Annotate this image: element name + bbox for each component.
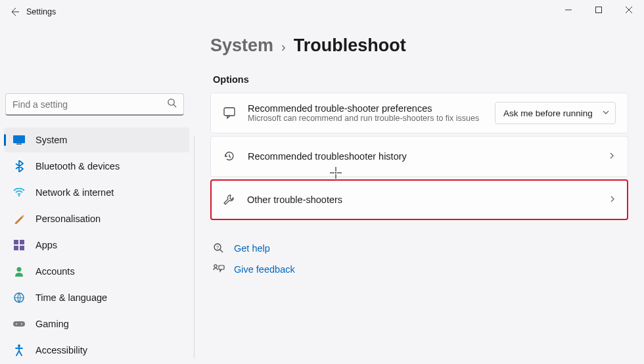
breadcrumb-parent[interactable]: System (210, 35, 273, 56)
sidebar-label: Personalisation (35, 214, 101, 224)
sidebar-label: Apps (35, 240, 57, 250)
svg-rect-5 (14, 240, 18, 244)
accessibility-icon (13, 344, 25, 356)
svg-rect-11 (13, 321, 25, 327)
sidebar-item-network[interactable]: Network & internet (4, 180, 189, 205)
card-title: Recommended trouble-shooter preferences (248, 103, 483, 114)
sidebar-divider (194, 135, 195, 359)
window-controls (553, 0, 644, 20)
help-links: ? Get help Give feedback (210, 242, 628, 275)
chat-icon (223, 106, 236, 120)
svg-point-13 (21, 323, 22, 325)
time-language-icon (13, 292, 25, 304)
titlebar: Settings (0, 0, 644, 24)
link-label: Give feedback (234, 264, 295, 275)
network-icon (13, 187, 25, 198)
card-title: Other trouble-shooters (247, 194, 597, 205)
svg-rect-2 (13, 135, 25, 143)
svg-rect-3 (16, 144, 22, 145)
search-field[interactable] (12, 99, 167, 110)
sidebar-label: Time & language (35, 292, 107, 303)
gaming-icon (13, 318, 25, 330)
sidebar-item-system[interactable]: System (4, 127, 189, 152)
maximize-button[interactable] (584, 0, 614, 20)
sidebar-nav: System Bluetooth & devices Network & int… (4, 127, 189, 363)
get-help-link[interactable]: ? Get help (213, 242, 628, 254)
card-troubleshooter-history[interactable]: Recommended troubleshooter history (210, 136, 628, 177)
sidebar-item-bluetooth[interactable]: Bluetooth & devices (4, 154, 189, 179)
card-subtitle: Microsoft can recommend and run trouble-… (248, 114, 483, 123)
accounts-icon (13, 265, 25, 277)
give-feedback-link[interactable]: Give feedback (213, 263, 628, 275)
close-button[interactable] (614, 0, 644, 20)
svg-rect-6 (20, 240, 24, 244)
svg-point-4 (18, 195, 20, 196)
feedback-icon (213, 263, 225, 275)
svg-rect-0 (596, 7, 602, 13)
sidebar-item-time-language[interactable]: Time & language (4, 285, 189, 310)
sidebar: System Bluetooth & devices Network & int… (0, 24, 195, 364)
sidebar-item-accounts[interactable]: Accounts (4, 259, 189, 284)
svg-point-18 (214, 265, 217, 267)
sidebar-label: System (35, 135, 67, 145)
apps-icon (13, 239, 25, 251)
link-label: Get help (234, 243, 270, 254)
svg-point-1 (168, 99, 174, 105)
card-title: Recommended troubleshooter history (248, 151, 596, 162)
sidebar-label: Bluetooth & devices (35, 161, 120, 171)
page-title: Troubleshoot (294, 35, 406, 56)
sidebar-label: Accessibility (35, 345, 87, 355)
svg-rect-7 (14, 246, 18, 250)
sidebar-item-personalisation[interactable]: Personalisation (4, 206, 189, 231)
chevron-right-icon (608, 150, 616, 162)
main-content: System › Troubleshoot Options Recommende… (195, 24, 644, 364)
help-icon: ? (213, 242, 225, 254)
svg-rect-8 (20, 246, 24, 250)
sidebar-label: Network & internet (35, 187, 114, 198)
system-icon (13, 134, 25, 146)
window-title: Settings (26, 7, 56, 16)
options-label: Options (213, 74, 628, 85)
personalisation-icon (13, 213, 25, 225)
chevron-right-icon (609, 194, 616, 206)
history-icon (223, 150, 236, 163)
sidebar-label: Gaming (35, 319, 69, 329)
preferences-dropdown[interactable]: Ask me before running (495, 102, 616, 124)
svg-point-12 (16, 323, 17, 325)
sidebar-label: Accounts (35, 266, 75, 277)
sidebar-item-apps[interactable]: Apps (4, 233, 189, 258)
bluetooth-icon (13, 160, 25, 172)
svg-rect-19 (219, 265, 224, 269)
minimize-button[interactable] (553, 0, 584, 20)
search-icon (167, 98, 177, 110)
svg-text:?: ? (216, 245, 219, 250)
svg-point-9 (17, 267, 22, 272)
sidebar-item-accessibility[interactable]: Accessibility (4, 338, 189, 363)
dropdown-value: Ask me before running (503, 108, 593, 118)
breadcrumb-separator: › (281, 39, 286, 55)
wrench-icon (222, 193, 235, 206)
search-input[interactable] (5, 93, 184, 116)
svg-rect-15 (224, 108, 235, 116)
sidebar-item-gaming[interactable]: Gaming (4, 311, 189, 336)
chevron-down-icon (602, 108, 610, 118)
back-button[interactable] (5, 3, 24, 21)
card-other-troubleshooters[interactable]: Other trouble-shooters (210, 179, 628, 220)
card-troubleshooter-preferences: Recommended trouble-shooter preferences … (210, 93, 628, 133)
breadcrumb: System › Troubleshoot (210, 35, 628, 56)
